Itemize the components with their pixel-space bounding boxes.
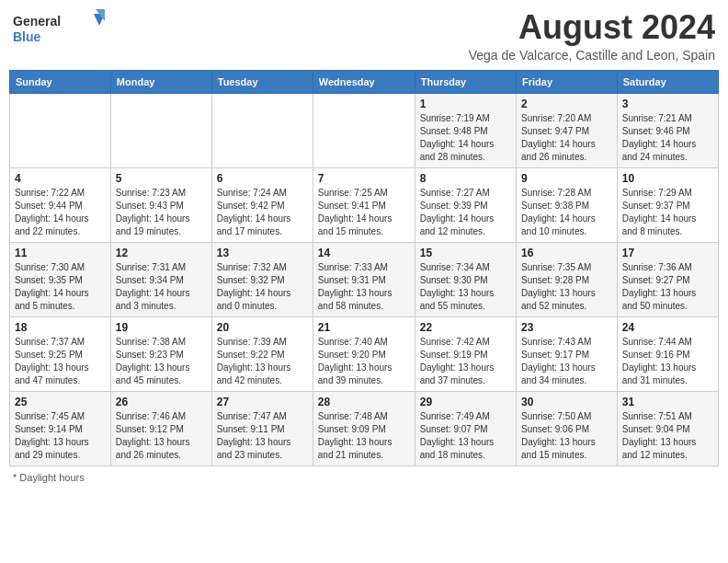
calendar-cell: 6Sunrise: 7:24 AMSunset: 9:42 PMDaylight… [211,167,313,242]
day-number: 17 [622,247,713,259]
header-day-friday: Friday [517,70,618,93]
calendar-cell: 11Sunrise: 7:30 AMSunset: 9:35 PMDayligh… [10,242,111,316]
day-number: 6 [217,172,308,185]
calendar-cell [313,93,415,167]
day-number: 25 [15,396,106,408]
day-number: 1 [420,98,511,110]
day-number: 14 [318,247,410,259]
week-row-2: 4Sunrise: 7:22 AMSunset: 9:44 PMDaylight… [10,167,719,242]
calendar-cell: 31Sunrise: 7:51 AMSunset: 9:04 PMDayligh… [617,391,718,465]
calendar-cell: 4Sunrise: 7:22 AMSunset: 9:44 PMDaylight… [10,167,111,242]
day-number: 12 [116,247,207,259]
day-number: 22 [420,321,511,334]
day-info: Sunrise: 7:34 AMSunset: 9:30 PMDaylight:… [420,261,511,313]
logo-svg: General Blue [13,9,105,46]
day-number: 21 [318,321,410,334]
calendar-cell [211,93,313,167]
calendar-cell: 16Sunrise: 7:35 AMSunset: 9:28 PMDayligh… [517,242,618,316]
header-day-sunday: Sunday [10,70,111,93]
day-info: Sunrise: 7:42 AMSunset: 9:19 PMDaylight:… [420,336,511,387]
day-info: Sunrise: 7:24 AMSunset: 9:42 PMDaylight:… [217,187,308,238]
day-info: Sunrise: 7:50 AMSunset: 9:06 PMDaylight:… [521,410,612,462]
day-info: Sunrise: 7:35 AMSunset: 9:28 PMDaylight:… [521,261,612,313]
calendar-cell: 17Sunrise: 7:36 AMSunset: 9:27 PMDayligh… [617,242,718,316]
day-info: Sunrise: 7:39 AMSunset: 9:22 PMDaylight:… [217,336,308,387]
day-info: Sunrise: 7:48 AMSunset: 9:09 PMDaylight:… [318,410,410,462]
day-number: 3 [622,98,713,110]
day-number: 30 [521,396,612,408]
day-number: 31 [622,396,713,408]
calendar-table: SundayMondayTuesdayWednesdayThursdayFrid… [9,70,719,466]
day-number: 4 [15,172,106,185]
calendar-cell: 29Sunrise: 7:49 AMSunset: 9:07 PMDayligh… [415,391,516,465]
header: General Blue August 2024 Vega de Valcarc… [9,9,719,63]
calendar-cell: 20Sunrise: 7:39 AMSunset: 9:22 PMDayligh… [211,316,313,391]
day-info: Sunrise: 7:28 AMSunset: 9:38 PMDaylight:… [521,187,612,238]
day-number: 20 [217,321,308,334]
month-title: August 2024 [469,9,715,46]
day-number: 8 [420,172,511,185]
calendar-cell: 26Sunrise: 7:46 AMSunset: 9:12 PMDayligh… [110,391,211,465]
calendar-cell: 18Sunrise: 7:37 AMSunset: 9:25 PMDayligh… [10,316,111,391]
calendar-cell: 15Sunrise: 7:34 AMSunset: 9:30 PMDayligh… [415,242,516,316]
day-number: 15 [420,247,511,259]
day-info: Sunrise: 7:40 AMSunset: 9:20 PMDaylight:… [318,336,410,387]
calendar-cell: 19Sunrise: 7:38 AMSunset: 9:23 PMDayligh… [110,316,211,391]
day-number: 26 [116,396,207,408]
day-info: Sunrise: 7:43 AMSunset: 9:17 PMDaylight:… [521,336,612,387]
day-number: 13 [217,247,308,259]
day-info: Sunrise: 7:47 AMSunset: 9:11 PMDaylight:… [217,410,308,462]
header-day-monday: Monday [110,70,211,93]
day-number: 19 [116,321,207,334]
day-number: 23 [521,321,612,334]
day-info: Sunrise: 7:29 AMSunset: 9:37 PMDaylight:… [622,187,713,238]
calendar-cell: 1Sunrise: 7:19 AMSunset: 9:48 PMDaylight… [415,93,516,167]
day-number: 7 [318,172,410,185]
day-info: Sunrise: 7:23 AMSunset: 9:43 PMDaylight:… [116,187,207,238]
week-row-5: 25Sunrise: 7:45 AMSunset: 9:14 PMDayligh… [10,391,719,465]
calendar-cell: 21Sunrise: 7:40 AMSunset: 9:20 PMDayligh… [313,316,415,391]
day-number: 5 [116,172,207,185]
calendar-cell: 7Sunrise: 7:25 AMSunset: 9:41 PMDaylight… [313,167,415,242]
day-number: 27 [217,396,308,408]
header-row: SundayMondayTuesdayWednesdayThursdayFrid… [10,70,719,93]
week-row-1: 1Sunrise: 7:19 AMSunset: 9:48 PMDaylight… [10,93,719,167]
logo: General Blue [13,9,105,46]
day-info: Sunrise: 7:32 AMSunset: 9:32 PMDaylight:… [217,261,308,313]
day-number: 10 [622,172,713,185]
day-info: Sunrise: 7:19 AMSunset: 9:48 PMDaylight:… [420,112,511,164]
calendar-cell: 30Sunrise: 7:50 AMSunset: 9:06 PMDayligh… [517,391,618,465]
day-info: Sunrise: 7:31 AMSunset: 9:34 PMDaylight:… [116,261,207,313]
day-number: 11 [15,247,106,259]
calendar-cell: 22Sunrise: 7:42 AMSunset: 9:19 PMDayligh… [415,316,516,391]
calendar-cell: 28Sunrise: 7:48 AMSunset: 9:09 PMDayligh… [313,391,415,465]
location-title: Vega de Valcarce, Castille and Leon, Spa… [469,48,715,63]
day-number: 24 [622,321,713,334]
day-number: 16 [521,247,612,259]
calendar-cell: 2Sunrise: 7:20 AMSunset: 9:47 PMDaylight… [517,93,618,167]
day-info: Sunrise: 7:36 AMSunset: 9:27 PMDaylight:… [622,261,713,313]
calendar-cell: 23Sunrise: 7:43 AMSunset: 9:17 PMDayligh… [517,316,618,391]
day-info: Sunrise: 7:27 AMSunset: 9:39 PMDaylight:… [420,187,511,238]
footer-note: * Daylight hours [9,472,719,483]
calendar-cell: 12Sunrise: 7:31 AMSunset: 9:34 PMDayligh… [110,242,211,316]
day-number: 18 [15,321,106,334]
calendar-cell [110,93,211,167]
calendar-cell [10,93,111,167]
day-info: Sunrise: 7:37 AMSunset: 9:25 PMDaylight:… [15,336,106,387]
header-day-saturday: Saturday [617,70,718,93]
header-day-wednesday: Wednesday [313,70,415,93]
calendar-cell: 9Sunrise: 7:28 AMSunset: 9:38 PMDaylight… [517,167,618,242]
calendar-cell: 8Sunrise: 7:27 AMSunset: 9:39 PMDaylight… [415,167,516,242]
day-info: Sunrise: 7:33 AMSunset: 9:31 PMDaylight:… [318,261,410,313]
title-area: August 2024 Vega de Valcarce, Castille a… [469,9,715,63]
day-number: 9 [521,172,612,185]
svg-text:General: General [13,14,61,29]
day-info: Sunrise: 7:45 AMSunset: 9:14 PMDaylight:… [15,410,106,462]
calendar-cell: 14Sunrise: 7:33 AMSunset: 9:31 PMDayligh… [313,242,415,316]
day-number: 29 [420,396,511,408]
day-info: Sunrise: 7:51 AMSunset: 9:04 PMDaylight:… [622,410,713,462]
calendar-cell: 27Sunrise: 7:47 AMSunset: 9:11 PMDayligh… [211,391,313,465]
calendar-cell: 13Sunrise: 7:32 AMSunset: 9:32 PMDayligh… [211,242,313,316]
calendar-cell: 10Sunrise: 7:29 AMSunset: 9:37 PMDayligh… [617,167,718,242]
